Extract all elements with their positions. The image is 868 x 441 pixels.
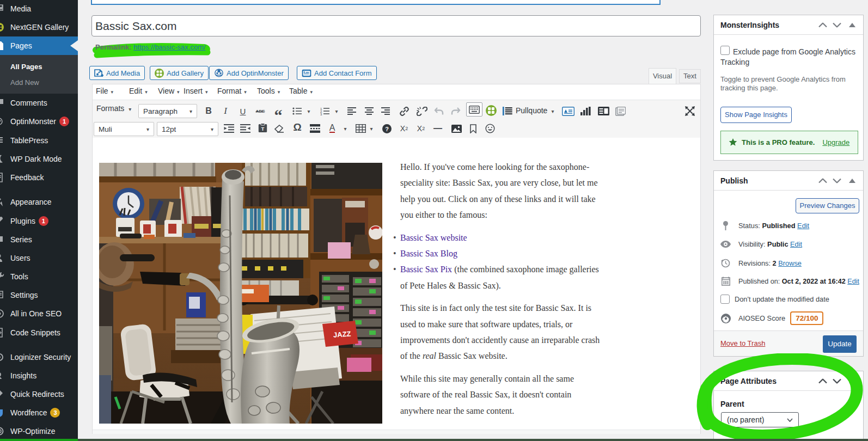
svg-text:3: 3 [320, 113, 322, 116]
svg-text:T: T [261, 126, 264, 132]
svg-text:?: ? [385, 125, 389, 132]
svg-text:JAZZ: JAZZ [333, 329, 352, 339]
